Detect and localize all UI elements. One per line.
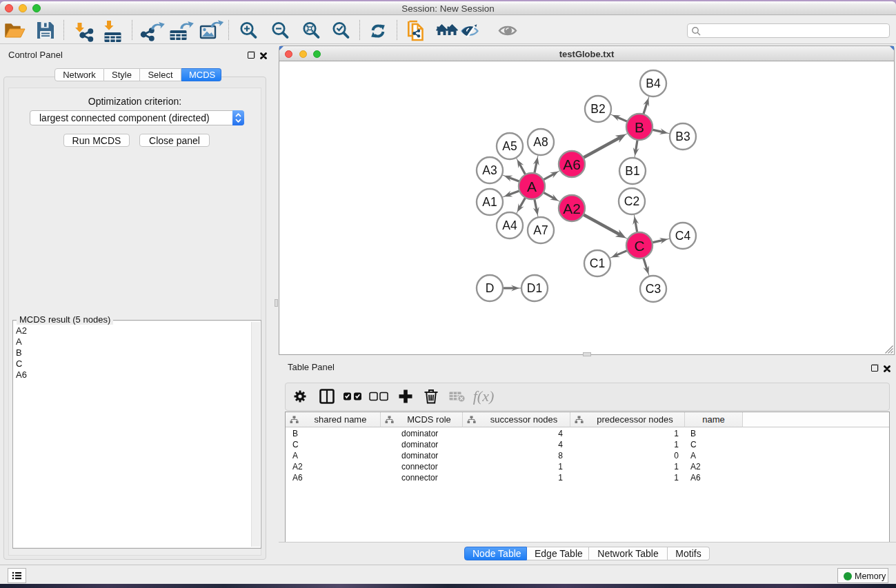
svg-text:B1: B1 [625, 164, 639, 178]
svg-text:A7: A7 [533, 223, 548, 237]
svg-text:C2: C2 [624, 194, 639, 208]
svg-text:B2: B2 [590, 102, 605, 116]
svg-text:A8: A8 [533, 135, 548, 149]
svg-text:B4: B4 [646, 77, 661, 90]
svg-text:C3: C3 [646, 282, 661, 296]
svg-text:A1: A1 [482, 195, 497, 209]
svg-text:A5: A5 [502, 139, 517, 153]
svg-text:A4: A4 [502, 219, 517, 232]
svg-text:D: D [486, 281, 495, 295]
svg-text:D1: D1 [527, 281, 542, 295]
svg-text:B: B [635, 119, 644, 135]
svg-text:A2: A2 [563, 201, 581, 216]
svg-text:C1: C1 [590, 256, 605, 270]
svg-text:A: A [527, 179, 537, 194]
svg-text:C4: C4 [675, 229, 691, 243]
svg-text:A3: A3 [482, 163, 497, 177]
svg-text:A6: A6 [563, 156, 581, 172]
svg-text:f(x): f(x) [473, 387, 495, 405]
svg-text:B3: B3 [675, 130, 690, 143]
svg-text:C: C [634, 238, 644, 254]
